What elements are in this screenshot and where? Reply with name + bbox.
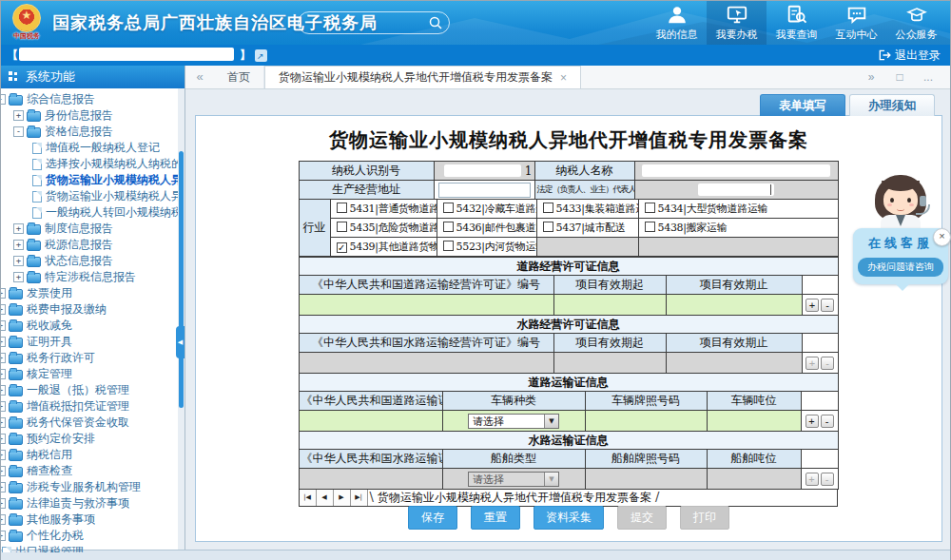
- sidebar-item[interactable]: +涉税专业服务机构管理: [1, 479, 184, 495]
- address-input[interactable]: [438, 183, 531, 198]
- sidebar-item[interactable]: +稽查检查: [1, 463, 184, 479]
- tree-expander-icon[interactable]: +: [1, 466, 6, 476]
- industry-option[interactable]: 5434|大型货物道路运输: [638, 200, 838, 219]
- tree-expander-icon[interactable]: +: [13, 110, 24, 121]
- sidebar-item[interactable]: +预约定价安排: [1, 431, 184, 447]
- tree-expander-icon[interactable]: +: [1, 482, 6, 492]
- sidebar-item[interactable]: -综合信息报告: [1, 91, 184, 107]
- add-row-button[interactable]: +: [805, 415, 819, 428]
- tab-scroll-left-button[interactable]: «: [185, 66, 214, 88]
- sidebar-item[interactable]: +税收减免: [1, 318, 184, 334]
- tab-current[interactable]: 货物运输业小规模纳税人异地代开增值税专用发票备案 ×: [264, 66, 581, 88]
- sidebar-item[interactable]: +税务行政许可: [1, 350, 184, 366]
- industry-option[interactable]: 5433|集装箱道路运输: [536, 200, 638, 219]
- tree-expander-icon[interactable]: -: [1, 94, 6, 105]
- chat-close-icon[interactable]: ×: [933, 228, 951, 246]
- tree-expander-icon[interactable]: +: [1, 434, 6, 444]
- add-row-button[interactable]: +: [805, 299, 819, 312]
- sidebar-item[interactable]: 一般纳税人转回小规模纳税人: [1, 204, 184, 221]
- section-input-cell[interactable]: [585, 411, 707, 432]
- consult-pill[interactable]: 办税问题请咨询: [858, 258, 943, 277]
- tree-expander-icon[interactable]: -: [13, 126, 24, 137]
- tree-expander-icon[interactable]: +: [13, 240, 24, 250]
- more-tabs-button[interactable]: ...: [914, 70, 942, 84]
- industry-option[interactable]: 5437|城市配送: [536, 219, 638, 238]
- sidebar-item[interactable]: 出口退税管理: [1, 544, 184, 552]
- sidebar-item[interactable]: +增值税抵扣凭证管理: [1, 398, 184, 415]
- sheet-nav-next-button[interactable]: ▶: [334, 490, 351, 506]
- checkbox-unchecked[interactable]: [645, 203, 655, 213]
- industry-option[interactable]: 5432|冷藏车道路运输: [437, 200, 536, 219]
- sidebar-item[interactable]: +税源信息报告: [1, 237, 184, 253]
- sidebar-item[interactable]: +身份信息报告: [1, 107, 184, 124]
- sidebar-scrollbar[interactable]: ◀: [178, 88, 184, 550]
- save-button[interactable]: 保存: [408, 506, 457, 530]
- checkbox-checked[interactable]: ✓: [337, 242, 347, 253]
- section-input-cell[interactable]: 请选择▼: [442, 411, 585, 432]
- sidebar-item[interactable]: 选择按小规模纳税人纳税的情况说明: [1, 156, 184, 172]
- industry-option[interactable]: 5523|内河货物运输: [437, 238, 536, 257]
- sidebar-item[interactable]: +特定涉税信息报告: [1, 269, 184, 285]
- tree-expander-icon[interactable]: +: [1, 401, 6, 412]
- tree-expander-icon[interactable]: +: [1, 337, 6, 347]
- tab-close-icon[interactable]: ×: [560, 71, 567, 85]
- tree-expander-icon[interactable]: +: [1, 304, 6, 315]
- tree-expander-icon[interactable]: +: [13, 272, 24, 282]
- switch-account-icon[interactable]: [255, 49, 267, 62]
- checkbox-unchecked[interactable]: [543, 222, 553, 232]
- tab-scroll-right-button[interactable]: »: [857, 70, 885, 84]
- section-input-cell[interactable]: [666, 295, 802, 316]
- sidebar-item[interactable]: +一般退（抵）税管理: [1, 382, 184, 398]
- chevron-down-icon[interactable]: ▼: [544, 415, 558, 428]
- sidebar-item[interactable]: +状态信息报告: [1, 253, 184, 269]
- remove-row-button[interactable]: -: [821, 415, 834, 428]
- checkbox-unchecked[interactable]: [645, 222, 655, 232]
- collect-data-button[interactable]: 资料采集: [534, 506, 604, 530]
- tree-expander-icon[interactable]: +: [1, 498, 6, 509]
- sheet-nav-last-button[interactable]: ▶|: [351, 490, 368, 506]
- sidebar-item[interactable]: +发票使用: [1, 285, 184, 301]
- sidebar-item[interactable]: 货物运输业小规模纳税人异地代开增值税专用发票备案: [1, 188, 184, 204]
- checkbox-unchecked[interactable]: [337, 203, 347, 213]
- reset-button[interactable]: 重置: [471, 506, 520, 530]
- logout-button[interactable]: 退出登录: [878, 45, 941, 66]
- tree-expander-icon[interactable]: +: [13, 256, 24, 266]
- nav-item-3[interactable]: 我要查询: [767, 1, 826, 45]
- sidebar-item[interactable]: +其他服务事项: [1, 512, 184, 528]
- checkbox-unchecked[interactable]: [443, 222, 454, 232]
- industry-option[interactable]: ✓5439|其他道路货物运输: [330, 238, 437, 257]
- tab-instructions[interactable]: 办理须知: [849, 94, 935, 116]
- tree-expander-icon[interactable]: +: [1, 385, 6, 396]
- header-search-input[interactable]: [298, 11, 450, 34]
- section-input-cell[interactable]: [299, 411, 442, 432]
- industry-option[interactable]: 5435|危险货物道路运输: [330, 219, 437, 238]
- industry-option[interactable]: 5436|邮件包裹道路运输: [437, 219, 536, 238]
- sidebar-item[interactable]: +税费申报及缴纳: [1, 301, 184, 318]
- tree-expander-icon[interactable]: +: [1, 531, 6, 541]
- tree-expander-icon[interactable]: +: [1, 369, 6, 379]
- sheet-tab-label[interactable]: 货物运输业小规模纳税人异地代开增值税专用发票备案: [376, 490, 653, 506]
- nav-item-4[interactable]: 互动中心: [826, 1, 886, 45]
- sidebar-item[interactable]: 货物运输业小规模纳税人异地代开增值税专用发票备案: [1, 172, 184, 188]
- sidebar-item[interactable]: +税务代保管资金收取: [1, 415, 184, 431]
- tree-expander-icon[interactable]: +: [1, 288, 6, 299]
- section-input-cell[interactable]: [299, 295, 553, 316]
- sidebar-item[interactable]: +证明开具: [1, 334, 184, 350]
- checkbox-unchecked[interactable]: [337, 222, 347, 232]
- checkbox-unchecked[interactable]: [443, 203, 454, 213]
- tree-expander-icon[interactable]: +: [1, 417, 6, 428]
- industry-option[interactable]: 5431|普通货物道路运输: [330, 200, 437, 219]
- vehicle-type-select[interactable]: 请选择▼: [468, 414, 559, 429]
- checkbox-unchecked[interactable]: [543, 203, 553, 213]
- tree-expander-icon[interactable]: +: [1, 514, 6, 525]
- nav-item-1[interactable]: 我的信息: [647, 1, 707, 45]
- section-input-cell[interactable]: [707, 411, 801, 432]
- sidebar-item[interactable]: +纳税信用: [1, 447, 184, 463]
- nav-item-2[interactable]: 我要办税: [707, 1, 767, 45]
- sidebar-scrollbar-thumb[interactable]: [179, 151, 184, 408]
- nav-item-5[interactable]: 公众服务: [886, 1, 946, 45]
- tab-home[interactable]: 首页: [214, 66, 264, 88]
- industry-option[interactable]: 5438|搬家运输: [638, 219, 838, 238]
- sidebar-item[interactable]: +法律追责与救济事项: [1, 495, 184, 512]
- remove-row-button[interactable]: -: [821, 299, 834, 312]
